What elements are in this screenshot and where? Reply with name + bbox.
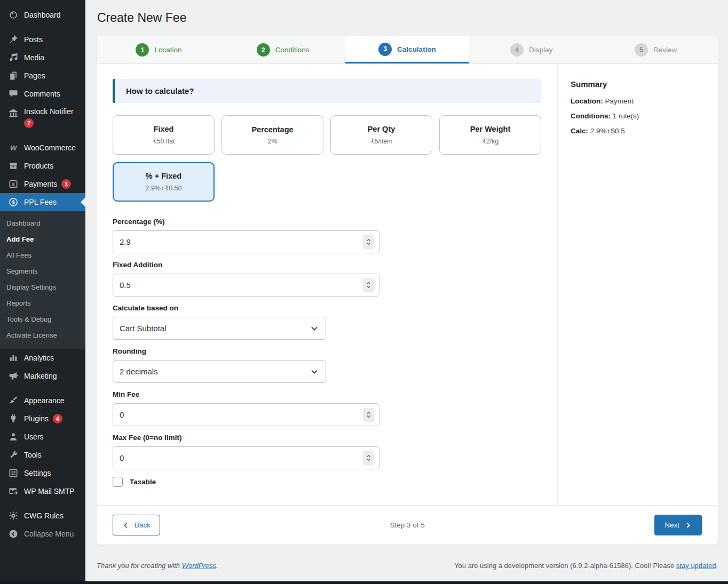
how-to-calculate-heading: How to calculate? [113, 79, 541, 103]
sidebar-item-collapse-menu[interactable]: Collapse Menu [0, 525, 85, 543]
sidebar-item-label: Instock Notifier [24, 107, 74, 116]
method-title: % + Fixed [146, 172, 181, 180]
submenu-item-all-fees[interactable]: All Fees [0, 247, 85, 263]
percentage-input[interactable] [113, 230, 379, 253]
sidebar-item-comments[interactable]: Comments [0, 85, 85, 103]
submenu-item-tools-debug[interactable]: Tools & Debug [0, 311, 85, 327]
sidebar-item-users[interactable]: Users [0, 428, 85, 446]
sidebar-item-label: WP Mail SMTP [24, 487, 75, 495]
method-card-fixed[interactable]: Fixed ₹50 flat [113, 115, 215, 155]
notification-badge: 7 [24, 118, 34, 128]
sidebar-item-analytics[interactable]: Analytics [0, 349, 85, 367]
sidebar-item-media[interactable]: Media [0, 49, 85, 67]
window-bottom-edge [0, 581, 728, 584]
next-button-label: Next [664, 521, 679, 529]
method-subtitle: 2.9%+₹0.50 [145, 184, 181, 192]
method-subtitle: ₹2/kg [482, 137, 499, 145]
method-card-percent-plus-fixed[interactable]: % + Fixed 2.9%+₹0.50 [113, 162, 215, 202]
summary-value: 2.9%+$0.5 [590, 127, 625, 135]
notification-badge: 1 [61, 179, 71, 189]
summary-location-row: Location: Payment [571, 97, 705, 105]
settings-icon [8, 468, 19, 478]
min-fee-field: Min Fee [113, 390, 541, 426]
number-stepper[interactable] [363, 451, 374, 465]
summary-panel: Summary Location: Payment Conditions: 1 … [557, 64, 718, 505]
submenu-item-segments[interactable]: Segments [0, 263, 85, 279]
method-subtitle: 2% [267, 138, 277, 145]
submenu-item-dashboard[interactable]: Dashboard [0, 215, 85, 231]
collapse-icon [8, 529, 19, 539]
next-button[interactable]: Next [654, 515, 702, 535]
tab-label: Display [529, 46, 552, 54]
chevron-right-icon [684, 522, 692, 529]
admin-footer: Thank you for creating with WordPress. Y… [97, 562, 718, 570]
sidebar-item-instock-notifier[interactable]: Instock Notifier 7 [0, 103, 85, 132]
method-title: Percentage [251, 125, 293, 134]
sidebar-item-payments[interactable]: $ Payments 1 [0, 175, 85, 193]
footer-version-text: You are using a development version (6.9… [454, 562, 718, 570]
tab-location[interactable]: 1 Location [97, 36, 221, 63]
sidebar-item-label: PPL Fees [24, 198, 57, 206]
tab-calculation[interactable]: 3 Calculation [345, 36, 470, 63]
step-number: 2 [257, 43, 270, 57]
taxable-checkbox[interactable] [113, 477, 123, 487]
tab-display[interactable]: 4 Display [469, 36, 594, 63]
sidebar-item-label: Posts [24, 35, 43, 44]
tab-review[interactable]: 5 Review [594, 36, 718, 63]
tab-label: Calculation [397, 45, 436, 53]
sidebar-item-dashboard[interactable]: Dashboard [0, 6, 85, 24]
submenu-item-add-fee[interactable]: Add Fee [0, 231, 85, 247]
number-stepper[interactable] [363, 235, 374, 249]
sidebar-item-tools[interactable]: Tools [0, 446, 85, 464]
number-stepper[interactable] [363, 407, 374, 422]
dashboard-icon [8, 10, 19, 20]
mail-icon [8, 486, 19, 497]
dollar-circle-icon: $ [8, 197, 19, 207]
sidebar-item-settings[interactable]: Settings [0, 464, 85, 482]
admin-sidebar: Dashboard Posts Media Pages Comments Ins… [0, 0, 85, 584]
percentage-label: Percentage (%) [113, 218, 541, 226]
calculate-based-on-select[interactable]: Cart Subtotal [113, 317, 326, 340]
svg-text:W: W [10, 144, 18, 152]
max-fee-input[interactable] [113, 446, 379, 469]
tab-conditions[interactable]: 2 Conditions [221, 36, 345, 63]
method-card-percentage[interactable]: Percentage 2% [221, 115, 323, 155]
fixed-addition-label: Fixed Addition [113, 261, 541, 269]
summary-calc-row: Calc: 2.9%+$0.5 [571, 127, 705, 135]
min-fee-input[interactable] [113, 403, 379, 426]
rounding-select[interactable]: 2 decimals [113, 360, 326, 383]
submenu-item-reports[interactable]: Reports [0, 295, 85, 311]
step-number: 5 [635, 43, 648, 57]
tab-label: Conditions [275, 46, 310, 54]
sidebar-item-woocommerce[interactable]: W WooCommerce [0, 139, 85, 157]
sidebar-item-products[interactable]: Products [0, 157, 85, 175]
sidebar-item-posts[interactable]: Posts [0, 30, 85, 49]
wordpress-link[interactable]: WordPress [182, 562, 216, 570]
sidebar-item-plugins[interactable]: Plugins 4 [0, 410, 85, 428]
sidebar-item-ppl-fees[interactable]: $ PPL Fees [0, 193, 85, 211]
fixed-addition-input[interactable] [113, 274, 379, 297]
chevron-down-icon [310, 324, 319, 333]
method-title: Fixed [154, 125, 174, 133]
submenu-item-display-settings[interactable]: Display Settings [0, 279, 85, 295]
sidebar-item-cwg-rules[interactable]: CWG Rules [0, 507, 85, 525]
submenu-item-activate-license[interactable]: Activate License [0, 327, 85, 343]
max-fee-field: Max Fee (0=no limit) [113, 434, 541, 469]
sidebar-item-appearance[interactable]: Appearance [0, 391, 85, 410]
sidebar-item-label: Marketing [24, 372, 57, 380]
number-stepper[interactable] [363, 278, 374, 292]
calculate-based-on-field: Calculate based on Cart Subtotal [113, 304, 541, 340]
media-icon [8, 52, 19, 63]
method-card-per-weight[interactable]: Per Weight ₹2/kg [439, 115, 541, 155]
stay-updated-link[interactable]: stay updated [676, 562, 716, 570]
summary-value: Payment [605, 97, 634, 105]
sidebar-item-wp-mail-smtp[interactable]: WP Mail SMTP [0, 482, 85, 500]
method-card-per-qty[interactable]: Per Qty ₹5/item [330, 115, 432, 155]
sidebar-item-label: Plugins [24, 414, 49, 423]
wizard-card: 1 Location 2 Conditions 3 Calculation 4 … [97, 36, 718, 545]
back-button[interactable]: Back [113, 515, 160, 535]
sidebar-item-marketing[interactable]: Marketing [0, 367, 85, 385]
comments-icon [8, 89, 19, 99]
summary-label: Calc: [571, 127, 588, 135]
sidebar-item-pages[interactable]: Pages [0, 67, 85, 85]
